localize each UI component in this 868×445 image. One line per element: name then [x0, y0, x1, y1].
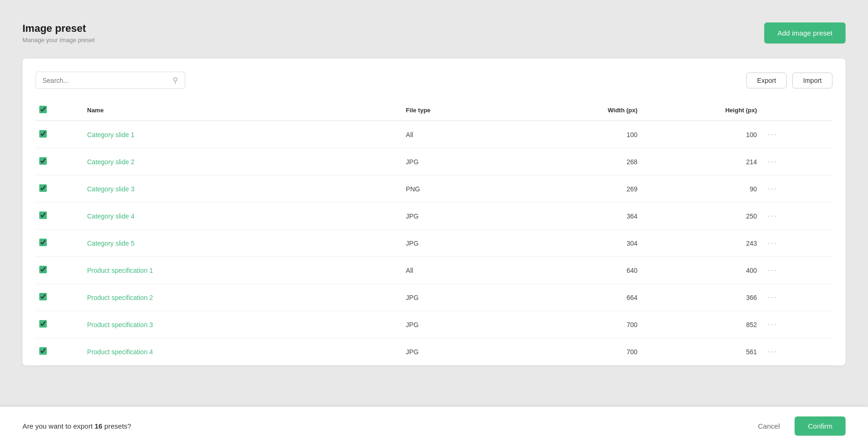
row-name-cell: Category slide 1 [83, 121, 402, 148]
table-row: Category slide 5 JPG 304 243 ··· [36, 230, 832, 257]
row-height-cell: 214 [641, 148, 761, 175]
row-actions-button[interactable]: ··· [765, 182, 780, 196]
row-filetype-cell: JPG [402, 284, 522, 311]
select-all-cell [36, 100, 83, 121]
page-header: Image preset Manage your image preset Ad… [22, 22, 846, 44]
row-height-cell: 852 [641, 311, 761, 338]
row-name-link[interactable]: Category slide 5 [87, 240, 134, 247]
row-name-cell: Product specification 3 [83, 311, 402, 338]
row-actions-cell: ··· [761, 121, 832, 148]
table-row: Product specification 1 All 640 400 ··· [36, 257, 832, 284]
row-checkbox[interactable] [39, 320, 47, 328]
row-width-cell: 640 [521, 257, 641, 284]
row-checkbox-cell [36, 121, 83, 148]
row-actions-button[interactable]: ··· [765, 318, 780, 331]
row-checkbox[interactable] [39, 266, 47, 273]
row-height-cell: 366 [641, 284, 761, 311]
row-name-cell: Product specification 4 [83, 338, 402, 365]
row-actions-button[interactable]: ··· [765, 236, 780, 250]
row-checkbox-cell [36, 311, 83, 338]
row-checkbox-cell [36, 203, 83, 230]
row-name-link[interactable]: Category slide 2 [87, 158, 134, 166]
row-name-cell: Category slide 3 [83, 175, 402, 203]
row-checkbox[interactable] [39, 157, 47, 165]
toolbar-right: Export Import [746, 73, 832, 88]
row-checkbox-cell [36, 148, 83, 175]
row-name-link[interactable]: Category slide 1 [87, 131, 134, 139]
row-name-link[interactable]: Product specification 2 [87, 294, 153, 301]
row-actions-button[interactable]: ··· [765, 128, 780, 141]
table-row: Category slide 2 JPG 268 214 ··· [36, 148, 832, 175]
row-name-cell: Product specification 2 [83, 284, 402, 311]
row-name-link[interactable]: Product specification 3 [87, 321, 153, 328]
table-row: Category slide 3 PNG 269 90 ··· [36, 175, 832, 203]
row-height-cell: 561 [641, 338, 761, 365]
row-filetype-cell: JPG [402, 311, 522, 338]
table-row: Product specification 4 JPG 700 561 ··· [36, 338, 832, 365]
row-actions-button[interactable]: ··· [765, 155, 780, 168]
row-name-link[interactable]: Category slide 4 [87, 212, 134, 220]
row-actions-cell: ··· [761, 311, 832, 338]
row-actions-button[interactable]: ··· [765, 263, 780, 277]
col-header-actions [761, 100, 832, 121]
row-actions-button[interactable]: ··· [765, 209, 780, 223]
col-header-name: Name [83, 100, 402, 121]
cancel-button[interactable]: Cancel [749, 417, 789, 435]
row-name-link[interactable]: Product specification 1 [87, 267, 153, 274]
row-filetype-cell: JPG [402, 203, 522, 230]
row-name-cell: Category slide 5 [83, 230, 402, 257]
add-preset-button[interactable]: Add image preset [764, 22, 846, 44]
col-header-filetype: File type [402, 100, 522, 121]
export-button[interactable]: Export [746, 73, 787, 88]
row-checkbox[interactable] [39, 239, 47, 246]
row-height-cell: 90 [641, 175, 761, 203]
select-all-checkbox[interactable] [39, 106, 47, 113]
col-header-height: Height (px) [641, 100, 761, 121]
row-checkbox[interactable] [39, 212, 47, 219]
page-header-text: Image preset Manage your image preset [22, 22, 95, 44]
row-height-cell: 100 [641, 121, 761, 148]
row-actions-cell: ··· [761, 175, 832, 203]
table-row: Category slide 1 All 100 100 ··· [36, 121, 832, 148]
row-actions-button[interactable]: ··· [765, 345, 780, 358]
row-actions-cell: ··· [761, 203, 832, 230]
row-filetype-cell: JPG [402, 338, 522, 365]
row-checkbox[interactable] [39, 184, 47, 192]
row-checkbox-cell [36, 257, 83, 284]
row-width-cell: 700 [521, 338, 641, 365]
col-header-width: Width (px) [521, 100, 641, 121]
table-row: Product specification 2 JPG 664 366 ··· [36, 284, 832, 311]
table-header-row: Name File type Width (px) Height (px) [36, 100, 832, 121]
row-actions-cell: ··· [761, 230, 832, 257]
row-checkbox[interactable] [39, 293, 47, 300]
row-height-cell: 250 [641, 203, 761, 230]
confirm-message-prefix: Are you want to export [22, 422, 94, 430]
row-actions-cell: ··· [761, 284, 832, 311]
row-width-cell: 100 [521, 121, 641, 148]
row-width-cell: 268 [521, 148, 641, 175]
row-name-cell: Product specification 1 [83, 257, 402, 284]
page-subtitle: Manage your image preset [22, 36, 95, 44]
row-width-cell: 269 [521, 175, 641, 203]
import-button[interactable]: Import [792, 73, 832, 88]
row-actions-button[interactable]: ··· [765, 291, 780, 304]
search-input[interactable] [43, 77, 173, 84]
row-name-link[interactable]: Product specification 4 [87, 348, 153, 356]
row-name-cell: Category slide 4 [83, 203, 402, 230]
row-height-cell: 243 [641, 230, 761, 257]
table-row: Category slide 4 JPG 364 250 ··· [36, 203, 832, 230]
row-filetype-cell: All [402, 257, 522, 284]
row-checkbox[interactable] [39, 130, 47, 138]
search-icon: ⚲ [173, 76, 178, 85]
row-filetype-cell: All [402, 121, 522, 148]
row-width-cell: 304 [521, 230, 641, 257]
confirm-text: Are you want to export 16 presets? [22, 422, 131, 430]
row-name-link[interactable]: Category slide 3 [87, 185, 134, 193]
row-checkbox-cell [36, 175, 83, 203]
row-height-cell: 400 [641, 257, 761, 284]
row-checkbox-cell [36, 230, 83, 257]
row-filetype-cell: PNG [402, 175, 522, 203]
confirm-button[interactable]: Confirm [795, 416, 846, 436]
confirm-count: 16 [94, 422, 102, 430]
row-checkbox[interactable] [39, 347, 47, 355]
